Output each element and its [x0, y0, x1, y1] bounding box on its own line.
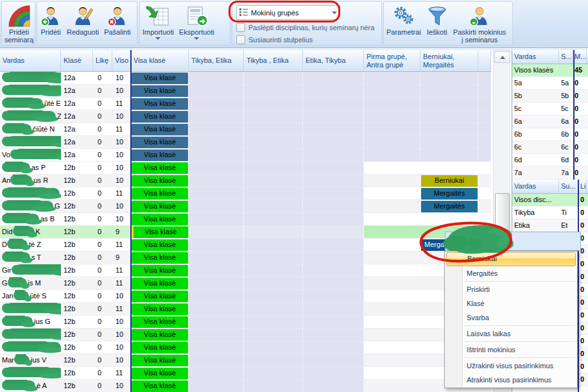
group-cell[interactable] [478, 149, 491, 162]
discipline-cell[interactable] [189, 98, 244, 110]
discipline-cell[interactable] [189, 136, 244, 149]
panel-row[interactable]: Visos klasės45 [512, 64, 588, 77]
table-row[interactable]: as P12b010Visa klasė [0, 162, 491, 175]
group-cell[interactable] [420, 123, 478, 136]
total-cell[interactable]: 11 [112, 367, 131, 380]
discipline-cell[interactable] [303, 72, 364, 85]
discipline-cell[interactable] [189, 264, 244, 277]
discipline-cell[interactable] [244, 213, 303, 226]
discipline-cell[interactable] [244, 110, 303, 123]
visa-klase-tag[interactable]: Visa klasė [132, 137, 188, 148]
visa-klase-cell[interactable]: Visa klasė [131, 290, 189, 303]
student-name-cell[interactable]: J [0, 341, 61, 354]
discipline-cell[interactable] [189, 328, 244, 341]
table-row[interactable]: Vo12a010Visa klasė [0, 149, 491, 162]
discipline-cell[interactable] [189, 251, 244, 264]
discipline-cell[interactable] [189, 316, 244, 328]
hide-disciplines-checkbox-row[interactable]: Paslėpti disciplinas, kurių seminarų nėr… [236, 23, 374, 32]
panel-column-header[interactable]: S... [559, 50, 573, 64]
discipline-cell[interactable] [303, 213, 364, 226]
discipline-cell[interactable] [189, 149, 244, 162]
total-cell[interactable]: 10 [112, 380, 131, 392]
class-cell[interactable]: 12b [61, 213, 93, 226]
scroll-up-button[interactable] [494, 51, 510, 63]
total-cell[interactable]: 9 [112, 251, 131, 264]
add-student-button[interactable]: Pridėti [37, 2, 64, 36]
group-cell[interactable] [420, 98, 478, 110]
discipline-cell[interactable] [303, 85, 364, 98]
panel-row[interactable]: 5b5b0 [512, 90, 588, 103]
column-header-viso[interactable]: Viso [112, 50, 131, 71]
discipline-cell[interactable] [244, 85, 303, 98]
total-cell[interactable]: 11 [112, 277, 131, 290]
class-cell[interactable]: 12b [61, 200, 93, 213]
left-cell[interactable]: 0 [93, 200, 112, 213]
menu-item-laisvas-laikas[interactable]: Laisvas laikas [445, 327, 577, 341]
discipline-cell[interactable] [189, 162, 244, 175]
group-cell[interactable] [420, 72, 478, 85]
class-cell[interactable]: 12b [61, 187, 93, 200]
left-cell[interactable]: 0 [93, 72, 112, 85]
panel-row[interactable]: EtikaEt0 [512, 219, 588, 232]
visa-klase-cell[interactable]: Visa klasė [131, 110, 189, 123]
visa-klase-tag[interactable]: Visa klasė [132, 380, 188, 392]
visa-klase-tag[interactable]: Visa klasė [132, 188, 188, 200]
group-cell[interactable] [478, 72, 491, 85]
discipline-cell[interactable] [189, 200, 244, 213]
panel-row[interactable]: TikybaTi0 [512, 207, 588, 219]
parameters-button[interactable]: Parametrai [384, 2, 424, 36]
export-dropdown-arrow[interactable] [194, 37, 199, 40]
menu-item-mergaitės[interactable]: Mergaitės [445, 266, 577, 280]
discipline-cell[interactable] [303, 354, 364, 367]
visa-klase-tag[interactable]: Visa klasė [132, 226, 188, 238]
class-cell[interactable]: 12b [61, 367, 93, 380]
discipline-cell[interactable] [244, 239, 303, 251]
discipline-cell[interactable] [303, 98, 364, 110]
left-cell[interactable]: 0 [93, 149, 112, 162]
visa-klase-tag[interactable]: Visa klasė [132, 72, 188, 84]
table-row[interactable]: J12b010Visa klasė [0, 341, 491, 354]
group-cell[interactable] [478, 123, 491, 136]
menu-item-priskirti[interactable]: Priskirti [445, 282, 577, 296]
discipline-cell[interactable] [189, 226, 244, 239]
visa-klase-cell[interactable]: Visa klasė [131, 72, 189, 85]
discipline-cell[interactable] [189, 290, 244, 303]
left-cell[interactable]: 0 [93, 354, 112, 367]
panel-row[interactable]: 5a5a0 [512, 77, 588, 90]
visa-klase-tag[interactable]: Visa klasė [132, 368, 188, 379]
group-cell[interactable] [364, 380, 420, 392]
hide-disciplines-checkbox[interactable] [236, 23, 245, 32]
discipline-cell[interactable] [189, 175, 244, 187]
panel-column-header[interactable]: M... [573, 50, 587, 64]
discipline-cell[interactable] [189, 354, 244, 367]
discipline-cell[interactable] [244, 123, 303, 136]
panel-column-header[interactable]: Vardas [512, 180, 559, 193]
discipline-cell[interactable] [303, 226, 364, 239]
visa-klase-cell[interactable]: Visa klasė [131, 303, 189, 316]
menu-item-klasė[interactable]: Klasė [445, 296, 577, 311]
narrow-columns-checkbox[interactable] [236, 35, 245, 44]
group-tag-teal[interactable]: Mergaitės [421, 201, 478, 212]
visa-klase-cell[interactable]: Visa klasė [131, 341, 189, 354]
student-name-cell[interactable]: DidK [0, 226, 61, 239]
panel-column-header[interactable]: Su... [559, 180, 578, 193]
discipline-cell[interactable] [244, 277, 303, 290]
export-button[interactable]: Eksportuoti [177, 2, 217, 40]
visa-klase-tag[interactable]: Visa klasė [132, 85, 188, 97]
discipline-cell[interactable] [244, 264, 303, 277]
group-cell[interactable] [364, 123, 420, 136]
class-cell[interactable]: 12b [61, 175, 93, 187]
group-cell[interactable] [478, 200, 491, 213]
visa-klase-tag[interactable]: Visa klasė [132, 278, 188, 289]
discipline-cell[interactable] [189, 213, 244, 226]
total-cell[interactable]: 10 [112, 85, 131, 98]
total-cell[interactable]: 10 [112, 162, 131, 175]
visa-klase-tag[interactable]: Visa klasė [132, 111, 188, 123]
group-cell[interactable]: Mergaitės [420, 200, 478, 213]
discipline-cell[interactable] [244, 72, 303, 85]
discipline-cell[interactable] [303, 380, 364, 392]
class-cell[interactable]: 12b [61, 251, 93, 264]
panel-row[interactable]: 6c6c0 [512, 141, 588, 154]
group-cell[interactable] [364, 149, 420, 162]
student-name-cell[interactable]: Marius V [0, 354, 61, 367]
